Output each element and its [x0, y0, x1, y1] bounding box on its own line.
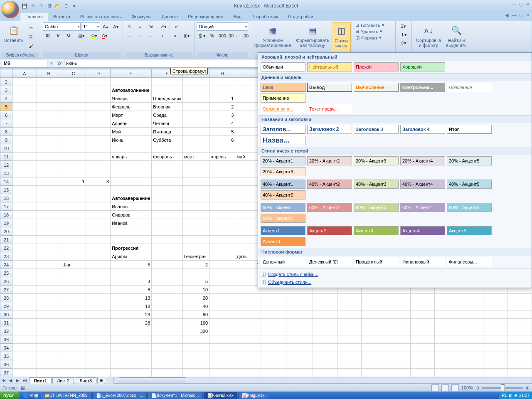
cell[interactable] [235, 344, 261, 352]
cell[interactable] [261, 344, 286, 352]
cell[interactable] [386, 344, 410, 352]
cell[interactable] [86, 302, 111, 310]
cell[interactable] [12, 144, 37, 153]
cell[interactable] [37, 269, 61, 277]
align-left-icon[interactable]: ≡ [125, 32, 135, 40]
cell[interactable] [12, 177, 37, 186]
bold-button[interactable]: Ж [43, 32, 53, 40]
cell[interactable] [86, 360, 111, 369]
indent-increase-icon[interactable]: ⇥ [169, 32, 179, 40]
cell[interactable] [37, 360, 61, 369]
cell[interactable] [235, 294, 261, 302]
style-cell[interactable]: 20% - Акцент1 [261, 156, 305, 165]
cell[interactable] [12, 335, 37, 344]
cell[interactable] [434, 369, 459, 377]
cell[interactable] [61, 319, 86, 327]
cell[interactable] [507, 302, 532, 310]
cell[interactable]: март [182, 153, 209, 161]
cell[interactable] [12, 219, 37, 227]
cell[interactable] [86, 202, 111, 211]
style-cell[interactable]: 60% - Акцент4 [400, 203, 445, 212]
cell[interactable] [235, 277, 261, 286]
cell[interactable]: 5 [111, 261, 152, 269]
cut-icon[interactable]: ✂ [26, 24, 36, 32]
cell[interactable] [61, 186, 86, 194]
cell[interactable]: Май [111, 128, 152, 136]
cell[interactable]: Автозавершение [111, 194, 152, 202]
cell[interactable]: 8 [111, 286, 152, 294]
cell[interactable] [410, 352, 434, 360]
cell[interactable] [61, 286, 86, 294]
cell[interactable] [209, 310, 235, 319]
style-cell[interactable]: 60% - Акцент1 [261, 203, 305, 212]
cell[interactable] [152, 261, 182, 269]
cell[interactable] [483, 369, 507, 377]
percent-icon[interactable]: % [207, 32, 217, 40]
cell[interactable] [261, 369, 286, 377]
cell[interactable] [182, 119, 209, 128]
cell[interactable] [182, 177, 209, 186]
cell[interactable] [86, 136, 111, 144]
zoom-slider[interactable] [482, 387, 523, 389]
cell[interactable] [235, 94, 261, 103]
cell[interactable] [434, 327, 459, 335]
cell[interactable]: 10 [182, 286, 209, 294]
column-header[interactable]: A [12, 69, 37, 78]
cell[interactable] [209, 360, 235, 369]
style-cell[interactable]: 20% - Акцент5 [447, 156, 492, 165]
cell[interactable]: 13 [111, 294, 152, 302]
cell[interactable] [61, 244, 86, 252]
style-cell[interactable]: 20% - Акцент6 [261, 167, 305, 176]
cell[interactable] [61, 327, 86, 335]
minimize-icon[interactable]: — [512, 2, 517, 7]
cell[interactable] [459, 310, 483, 319]
cell[interactable] [61, 352, 86, 360]
column-header[interactable]: I [235, 69, 261, 78]
cell[interactable] [61, 227, 86, 236]
cell[interactable] [235, 186, 261, 194]
cell[interactable] [37, 78, 61, 86]
row-header[interactable]: 24 [0, 261, 12, 269]
cell[interactable] [362, 327, 386, 335]
tab-formulas[interactable]: Формулы [127, 12, 157, 21]
style-cell[interactable]: Денежный [0] [307, 257, 352, 266]
cell[interactable] [313, 319, 337, 327]
cell[interactable] [152, 310, 182, 319]
cell[interactable] [434, 302, 459, 310]
cell[interactable] [459, 352, 483, 360]
cell[interactable]: 1 [209, 94, 235, 103]
cell[interactable] [261, 310, 286, 319]
cell[interactable] [209, 369, 235, 377]
cell[interactable] [483, 310, 507, 319]
cell[interactable] [235, 128, 261, 136]
cell[interactable] [507, 344, 532, 352]
style-cell[interactable]: Текст преду... [307, 104, 352, 113]
cell[interactable] [86, 236, 111, 244]
cell[interactable]: январь [111, 153, 152, 161]
tab-view[interactable]: Вид [228, 12, 246, 21]
row-header[interactable]: 23 [0, 252, 12, 261]
cell[interactable] [362, 335, 386, 344]
zoom-out-icon[interactable]: ⊖ [475, 385, 479, 391]
style-cell[interactable]: Примечание [261, 94, 305, 103]
cell[interactable]: Арифм [111, 252, 152, 261]
row-header[interactable]: 30 [0, 310, 12, 319]
cell[interactable] [313, 360, 337, 369]
cell[interactable] [483, 302, 507, 310]
cell[interactable] [61, 128, 86, 136]
style-cell[interactable]: Заголов... [261, 125, 305, 134]
ribbon-minimize-icon[interactable]: — [512, 12, 517, 18]
cell[interactable] [37, 236, 61, 244]
wrap-text-icon[interactable]: ⏎ [171, 22, 181, 31]
cell[interactable] [261, 327, 286, 335]
column-header[interactable]: E [111, 69, 152, 78]
cell[interactable] [362, 360, 386, 369]
autosum-icon[interactable]: Σ▾ [397, 22, 410, 30]
cell[interactable] [61, 202, 86, 211]
cell[interactable] [111, 269, 152, 277]
cell[interactable] [261, 360, 286, 369]
cell[interactable] [235, 78, 261, 86]
style-cell[interactable]: Ввод [261, 83, 305, 92]
cell[interactable] [86, 94, 111, 103]
cell[interactable]: 320 [182, 327, 209, 335]
